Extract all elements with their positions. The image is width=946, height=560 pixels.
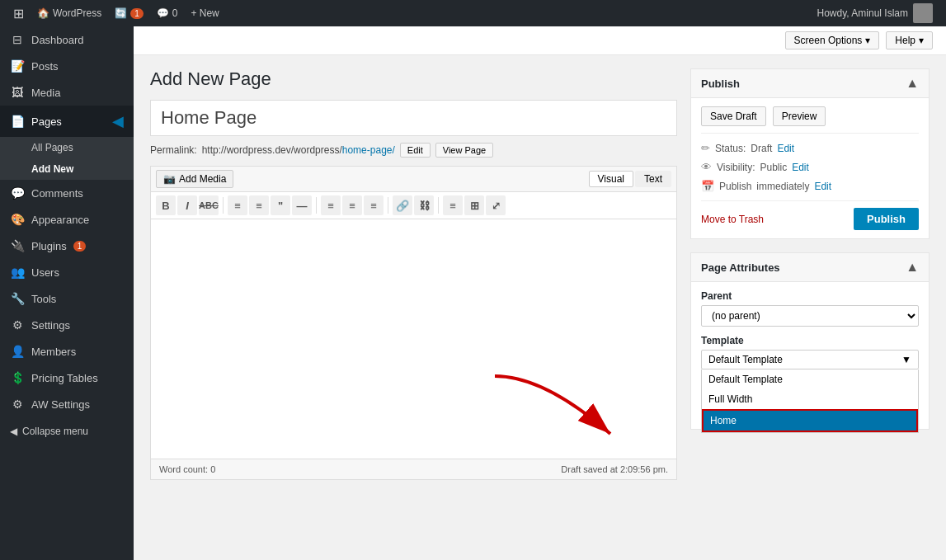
template-option-home[interactable]: Home — [702, 409, 918, 432]
side-panels: Publish ▲ Save Draft Preview ✏ Status: D… — [690, 68, 930, 480]
editor-body[interactable] — [151, 219, 676, 459]
publish-button[interactable]: Publish — [854, 208, 919, 230]
toolbar-strikethrough[interactable]: ABC — [199, 195, 219, 215]
visibility-icon: 👁 — [701, 161, 712, 173]
word-count-area: Word count: 0 — [159, 464, 215, 474]
admin-bar: ⊞ 🏠 WordPress 🔄 1 💬 0 + New Howdy, Aminu… — [0, 0, 946, 26]
help-button[interactable]: Help ▾ — [886, 31, 933, 49]
admin-bar-right: Howdy, Aminul Islam — [811, 3, 939, 23]
sidebar-subitem-add-new[interactable]: Add New — [0, 158, 134, 180]
status-edit-link[interactable]: Edit — [777, 143, 794, 154]
sidebar-item-pages-label: Pages — [31, 115, 62, 128]
pages-arrow-icon: ◀ — [112, 112, 124, 130]
sidebar-item-pricing-tables[interactable]: 💲 Pricing Tables — [0, 365, 134, 391]
toolbar-align-right[interactable]: ≡ — [364, 195, 384, 215]
sidebar-item-appearance[interactable]: 🎨 Appearance — [0, 206, 134, 233]
tab-visual[interactable]: Visual — [589, 171, 633, 187]
toolbar-ul[interactable]: ≡ — [228, 195, 247, 215]
toolbar-blockquote[interactable]: " — [271, 195, 290, 215]
site-name-item[interactable]: 🏠 WordPress — [31, 0, 108, 26]
toolbar-indent[interactable]: ≡ — [443, 195, 463, 215]
collapse-label: Collapse menu — [22, 426, 88, 437]
parent-select[interactable]: (no parent) — [701, 305, 919, 327]
new-content-item[interactable]: + New — [184, 0, 225, 26]
updates-item[interactable]: 🔄 1 — [108, 0, 150, 26]
sidebar-item-plugins[interactable]: 🔌 Plugins 1 — [0, 233, 134, 259]
page-title-input[interactable] — [150, 100, 677, 136]
aw-settings-icon: ⚙ — [10, 398, 25, 411]
template-select-display[interactable]: Default Template ▼ — [701, 350, 919, 369]
tab-text[interactable]: Text — [635, 171, 671, 187]
sidebar-item-pages[interactable]: 📄 Pages ◀ — [0, 106, 134, 137]
comments-item[interactable]: 💬 0 — [150, 0, 185, 26]
template-group: Template Default Template ▼ Default Temp… — [701, 335, 919, 369]
sidebar: ⊟ Dashboard 📝 Posts 🖼 Media 📄 Pages ◀ Al… — [0, 26, 134, 560]
draft-saved: Draft saved at 2:09:56 pm. — [561, 464, 668, 474]
toolbar-sep-2 — [316, 197, 317, 214]
sidebar-item-comments[interactable]: 💬 Comments — [0, 180, 134, 206]
wp-logo-item[interactable]: ⊞ — [7, 0, 31, 26]
publish-panel-header[interactable]: Publish ▲ — [691, 69, 929, 98]
sidebar-item-posts[interactable]: 📝 Posts — [0, 53, 134, 79]
permalink-label: Permalink: — [150, 144, 197, 156]
toolbar-align-left[interactable]: ≡ — [321, 195, 341, 215]
visibility-edit-link[interactable]: Edit — [792, 162, 809, 173]
sidebar-item-users-label: Users — [31, 266, 59, 279]
sidebar-item-aw-settings[interactable]: ⚙ AW Settings — [0, 391, 134, 417]
screen-options-button[interactable]: Screen Options ▾ — [785, 31, 880, 49]
appearance-icon: 🎨 — [10, 213, 25, 226]
site-icon: 🏠 — [37, 7, 49, 19]
toolbar-align-center[interactable]: ≡ — [342, 195, 362, 215]
status-icon: ✏ — [701, 142, 710, 154]
sidebar-subitem-all-pages[interactable]: All Pages — [0, 137, 134, 158]
toolbar-sep-3 — [388, 197, 388, 214]
toolbar-table[interactable]: ⊞ — [464, 195, 484, 215]
publish-action-row: Save Draft Preview — [701, 106, 919, 126]
page-attributes-header[interactable]: Page Attributes ▲ — [691, 253, 929, 282]
posts-icon: 📝 — [10, 59, 25, 73]
permalink-edit-button[interactable]: Edit — [400, 143, 431, 158]
toolbar-bold[interactable]: B — [156, 195, 176, 215]
toolbar-sep-4 — [438, 197, 439, 214]
publish-panel-title: Publish — [701, 78, 740, 90]
toolbar-link[interactable]: 🔗 — [393, 195, 412, 215]
user-greeting[interactable]: Howdy, Aminul Islam — [811, 3, 939, 23]
toolbar-hr[interactable]: — — [292, 195, 312, 215]
comments-count: 0 — [172, 7, 178, 19]
permalink-url[interactable]: http://wordpress.dev/wordpress/home-page… — [202, 144, 395, 156]
sidebar-item-media-label: Media — [31, 87, 60, 99]
toolbar-italic[interactable]: I — [177, 195, 197, 215]
template-option-full-width[interactable]: Full Width — [702, 389, 918, 409]
publish-panel-body: Save Draft Preview ✏ Status: Draft Edit … — [691, 98, 929, 238]
wp-icon: ⊞ — [13, 6, 24, 21]
preview-button[interactable]: Preview — [773, 106, 826, 126]
toolbar-unlink[interactable]: ⛓ — [414, 195, 434, 215]
parent-label: Parent — [701, 290, 919, 302]
page-content-area: Add New Page document.querySelector('.ti… — [134, 55, 946, 493]
sidebar-item-members[interactable]: 👤 Members — [0, 338, 134, 365]
updates-icon: 🔄 — [115, 7, 127, 19]
editor-footer: Word count: 0 Draft saved at 2:09:56 pm. — [151, 459, 676, 479]
toolbar-ol[interactable]: ≡ — [249, 195, 269, 215]
user-greeting-text: Howdy, Aminul Islam — [817, 7, 908, 19]
collapse-menu[interactable]: ◀ Collapse menu — [0, 417, 134, 445]
sidebar-item-dashboard-label: Dashboard — [31, 34, 84, 46]
sidebar-item-users[interactable]: 👥 Users — [0, 259, 134, 285]
status-value: Draft — [751, 143, 772, 154]
sidebar-item-dashboard[interactable]: ⊟ Dashboard — [0, 26, 134, 53]
sidebar-item-settings-label: Settings — [31, 319, 70, 332]
sidebar-item-tools[interactable]: 🔧 Tools — [0, 285, 134, 312]
template-option-default[interactable]: Default Template — [702, 369, 918, 389]
new-label: + New — [191, 7, 219, 19]
publish-time-edit-link[interactable]: Edit — [814, 181, 831, 192]
view-page-button[interactable]: View Page — [435, 143, 493, 158]
sidebar-item-settings[interactable]: ⚙ Settings — [0, 312, 134, 338]
move-to-trash-link[interactable]: Move to Trash — [701, 214, 764, 225]
main-layout: ⊟ Dashboard 📝 Posts 🖼 Media 📄 Pages ◀ Al… — [0, 26, 946, 560]
sidebar-item-media[interactable]: 🖼 Media — [0, 79, 134, 106]
toolbar-fullscreen[interactable]: ⤢ — [486, 195, 506, 215]
editor-container: 📷 Add Media Visual Text B I ABC — [150, 166, 677, 480]
dashboard-icon: ⊟ — [10, 33, 25, 46]
add-media-button[interactable]: 📷 Add Media — [156, 170, 233, 188]
save-draft-button[interactable]: Save Draft — [701, 106, 766, 126]
